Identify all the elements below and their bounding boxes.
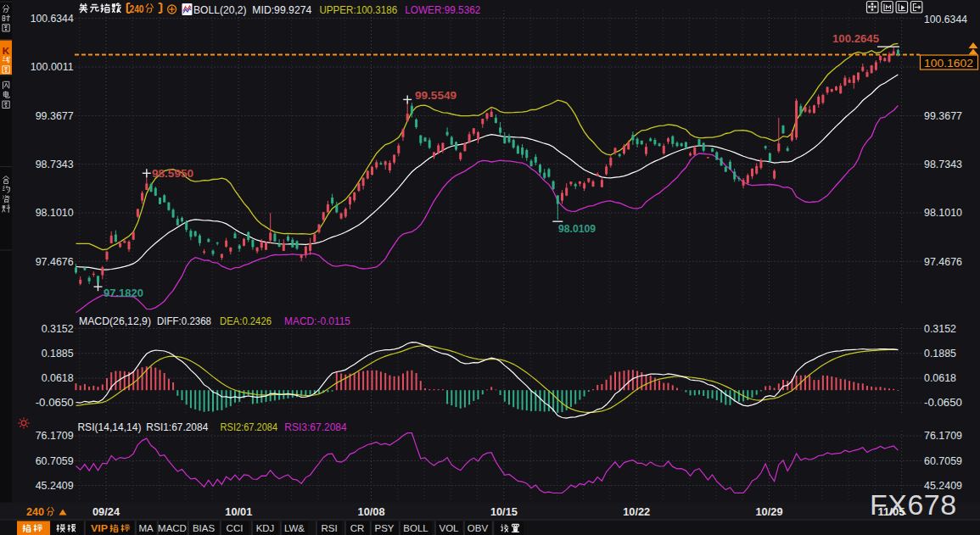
svg-text:240: 240 [130, 3, 144, 15]
svg-text:10/01: 10/01 [225, 506, 252, 518]
svg-text:RSI: RSI [321, 523, 337, 533]
svg-text:VIP: VIP [91, 523, 108, 533]
svg-text:DEA:0.2426: DEA:0.2426 [220, 315, 272, 327]
svg-text:98.1010: 98.1010 [36, 206, 74, 219]
svg-text:BIAS: BIAS [193, 523, 216, 533]
svg-text:RSI1:67.2084: RSI1:67.2084 [146, 421, 208, 433]
svg-text:KDJ: KDJ [256, 523, 275, 533]
svg-text:98.0109: 98.0109 [558, 222, 596, 235]
svg-text:BOLL(20,2): BOLL(20,2) [193, 3, 247, 16]
svg-text:10/22: 10/22 [623, 506, 650, 518]
svg-text:100.6344: 100.6344 [31, 12, 74, 25]
svg-text:60.7059: 60.7059 [36, 454, 74, 467]
svg-text:MACD: MACD [158, 523, 187, 533]
svg-text:60.7059: 60.7059 [924, 454, 962, 467]
svg-text:BOLL: BOLL [403, 523, 428, 533]
svg-text:PSY: PSY [374, 523, 394, 533]
svg-text:LOWER:99.5362: LOWER:99.5362 [405, 3, 480, 16]
svg-text:-0.0650: -0.0650 [924, 396, 962, 409]
svg-text:99.3677: 99.3677 [924, 109, 962, 122]
svg-text:RSI2:67.2084: RSI2:67.2084 [221, 421, 278, 433]
svg-text:100.1602: 100.1602 [924, 57, 973, 70]
svg-text:0.1885: 0.1885 [924, 347, 956, 359]
svg-text:RSI3:67.2084: RSI3:67.2084 [284, 421, 346, 433]
svg-text:10/29: 10/29 [756, 506, 783, 518]
svg-text:0.0618: 0.0618 [42, 371, 74, 384]
svg-text:RSI(14,14,14): RSI(14,14,14) [77, 421, 141, 433]
svg-text:99.3677: 99.3677 [36, 109, 74, 122]
svg-text:MID:99.9274: MID:99.9274 [252, 3, 311, 16]
svg-text:10/15: 10/15 [490, 506, 518, 518]
svg-text:LW&: LW& [284, 523, 305, 533]
svg-text:45.2409: 45.2409 [924, 479, 962, 492]
svg-text:09/24: 09/24 [92, 506, 120, 518]
svg-text:97.4676: 97.4676 [924, 255, 962, 268]
svg-text:DIFF:0.2368: DIFF:0.2368 [157, 315, 211, 327]
svg-text:98.7343: 98.7343 [924, 158, 962, 170]
svg-text:0.3152: 0.3152 [42, 322, 74, 335]
svg-text:76.1709: 76.1709 [36, 429, 74, 442]
svg-text:97.4676: 97.4676 [36, 255, 74, 268]
svg-text:98.1010: 98.1010 [924, 206, 962, 219]
svg-text:99.5549: 99.5549 [415, 90, 456, 102]
svg-text:11/05: 11/05 [878, 506, 905, 518]
svg-text:0.1885: 0.1885 [42, 347, 74, 359]
svg-text:CR: CR [350, 523, 365, 533]
svg-text:100.0011: 100.0011 [31, 60, 74, 73]
svg-text:MACD(26,12,9): MACD(26,12,9) [79, 315, 151, 327]
svg-text:76.1709: 76.1709 [924, 429, 962, 442]
svg-text:OBV: OBV [468, 523, 489, 533]
svg-text:0.3152: 0.3152 [924, 322, 956, 335]
svg-text:VOL: VOL [439, 523, 459, 533]
svg-text:98.5950: 98.5950 [152, 168, 193, 180]
svg-text:0.0618: 0.0618 [924, 371, 956, 384]
svg-text:45.2409: 45.2409 [36, 479, 74, 492]
svg-text:97.1820: 97.1820 [104, 287, 143, 299]
svg-text:UPPER:100.3186: UPPER:100.3186 [319, 3, 397, 16]
svg-text:240: 240 [26, 505, 44, 518]
svg-text:-0.0650: -0.0650 [36, 396, 74, 409]
svg-text:100.6344: 100.6344 [924, 13, 967, 25]
svg-text:100.2645: 100.2645 [832, 33, 879, 45]
svg-text:CCI: CCI [227, 523, 244, 533]
svg-text:10/08: 10/08 [358, 506, 385, 518]
svg-text:K: K [3, 46, 10, 56]
svg-text:MA: MA [138, 523, 154, 533]
svg-text:98.7343: 98.7343 [36, 158, 74, 170]
svg-text:MACD:-0.0115: MACD:-0.0115 [284, 315, 350, 327]
